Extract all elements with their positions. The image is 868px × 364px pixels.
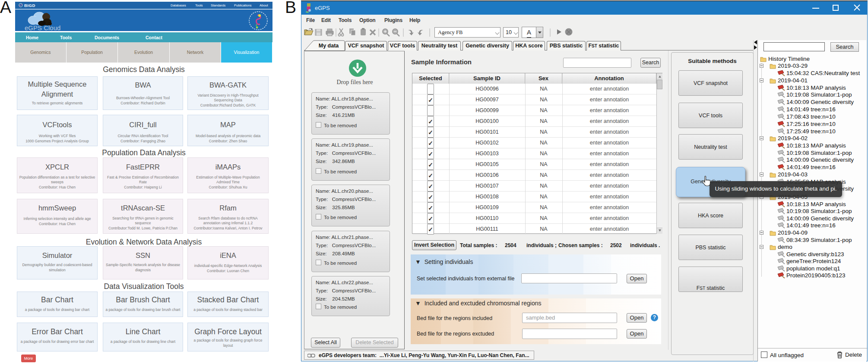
svg-text:My data: My data	[319, 43, 339, 49]
